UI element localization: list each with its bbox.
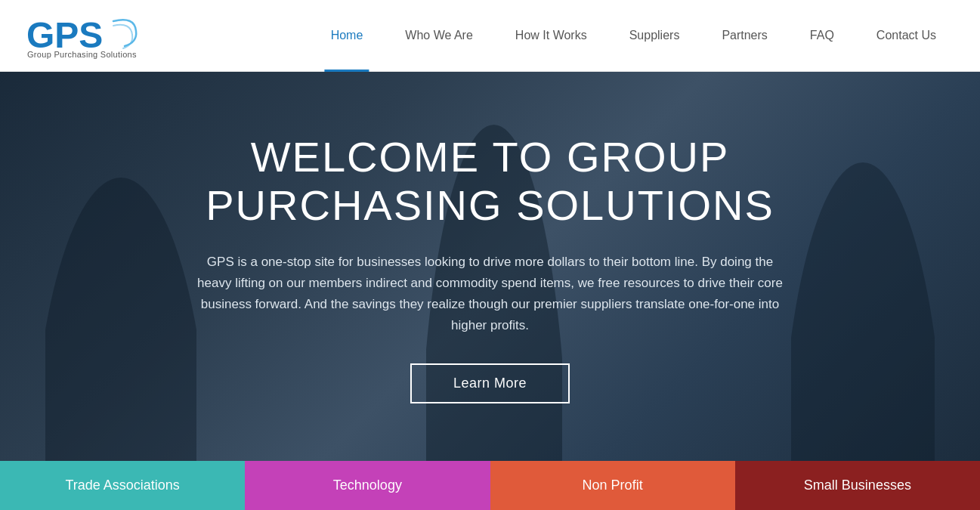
category-small-businesses[interactable]: Small Businesses bbox=[735, 461, 980, 510]
logo: GPS Group Purchasing Solutions bbox=[23, 12, 140, 59]
nav-suppliers[interactable]: Suppliers bbox=[608, 0, 701, 72]
nav-how-it-works[interactable]: How It Works bbox=[494, 0, 608, 72]
hero-section: WELCOME TO GROUPPURCHASING SOLUTIONS GPS… bbox=[0, 72, 980, 510]
nav-home[interactable]: Home bbox=[310, 0, 385, 72]
category-technology[interactable]: Technology bbox=[245, 461, 490, 510]
category-trade-label: Trade Associations bbox=[65, 478, 179, 493]
category-trade-associations[interactable]: Trade Associations bbox=[0, 461, 245, 510]
hero-content: WELCOME TO GROUPPURCHASING SOLUTIONS GPS… bbox=[181, 133, 800, 403]
nav-who-we-are[interactable]: Who We Are bbox=[384, 0, 494, 72]
figure-right bbox=[791, 162, 935, 510]
hero-description: GPS is a one-stop site for businesses lo… bbox=[196, 252, 785, 336]
learn-more-button[interactable]: Learn More bbox=[410, 363, 570, 403]
nav-partners[interactable]: Partners bbox=[700, 0, 788, 72]
logo-tagline: Group Purchasing Solutions bbox=[27, 50, 137, 59]
nav-faq[interactable]: FAQ bbox=[789, 0, 855, 72]
category-nonprofit-label: Non Profit bbox=[583, 478, 643, 493]
nav-contact-us[interactable]: Contact Us bbox=[855, 0, 957, 72]
main-nav: Home Who We Are How It Works Suppliers P… bbox=[310, 0, 957, 72]
category-strip: Trade Associations Technology Non Profit… bbox=[0, 461, 980, 510]
category-non-profit[interactable]: Non Profit bbox=[490, 461, 735, 510]
category-small-label: Small Businesses bbox=[804, 478, 911, 493]
site-header: GPS Group Purchasing Solutions Home Who … bbox=[0, 0, 980, 72]
hero-title: WELCOME TO GROUPPURCHASING SOLUTIONS bbox=[196, 133, 785, 230]
figure-left bbox=[45, 178, 196, 510]
category-tech-label: Technology bbox=[333, 478, 402, 493]
